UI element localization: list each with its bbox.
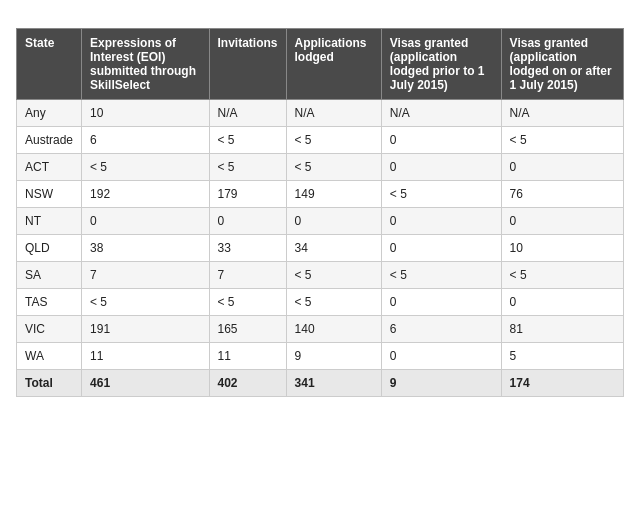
table-cell: < 5 (501, 127, 623, 154)
table-cell: 9 (286, 343, 381, 370)
table-cell: 81 (501, 316, 623, 343)
table-cell: 0 (501, 154, 623, 181)
table-cell: 6 (82, 127, 209, 154)
table-row: TAS< 5< 5< 500 (17, 289, 624, 316)
table-cell: 341 (286, 370, 381, 397)
col-header-state: State (17, 29, 82, 100)
table-row: ACT< 5< 5< 500 (17, 154, 624, 181)
table-cell: < 5 (82, 154, 209, 181)
table-cell: NT (17, 208, 82, 235)
table-cell: 0 (501, 208, 623, 235)
table-cell: 76 (501, 181, 623, 208)
table-row: Total4614023419174 (17, 370, 624, 397)
table-cell: < 5 (82, 289, 209, 316)
table-cell: < 5 (209, 154, 286, 181)
table-cell: Total (17, 370, 82, 397)
table-cell: 165 (209, 316, 286, 343)
table-cell: 6 (381, 316, 501, 343)
table-cell: < 5 (286, 262, 381, 289)
table-cell: QLD (17, 235, 82, 262)
table-row: VIC191165140681 (17, 316, 624, 343)
table-row: NSW192179149< 576 (17, 181, 624, 208)
table-cell: < 5 (209, 289, 286, 316)
table-cell: Austrade (17, 127, 82, 154)
table-cell: 34 (286, 235, 381, 262)
table-cell: 0 (209, 208, 286, 235)
table-cell: < 5 (381, 181, 501, 208)
table-cell: 140 (286, 316, 381, 343)
col-header-granted-prior: Visas granted (application lodged prior … (381, 29, 501, 100)
table-row: WA1111905 (17, 343, 624, 370)
table-cell: 0 (501, 289, 623, 316)
table-cell: VIC (17, 316, 82, 343)
table-cell: 174 (501, 370, 623, 397)
table-cell: < 5 (286, 289, 381, 316)
table-cell: SA (17, 262, 82, 289)
table-cell: 192 (82, 181, 209, 208)
table-row: SA77< 5< 5< 5 (17, 262, 624, 289)
table-cell: 10 (501, 235, 623, 262)
table-cell: WA (17, 343, 82, 370)
table-cell: 191 (82, 316, 209, 343)
table-cell: ACT (17, 154, 82, 181)
table-cell: 0 (381, 127, 501, 154)
table-cell: < 5 (286, 154, 381, 181)
table-cell: 7 (209, 262, 286, 289)
table-cell: 38 (82, 235, 209, 262)
table-cell: NSW (17, 181, 82, 208)
table-cell: 0 (381, 289, 501, 316)
table-cell: 33 (209, 235, 286, 262)
table-cell: 0 (381, 343, 501, 370)
table-cell: 7 (82, 262, 209, 289)
col-header-invitations: Invitations (209, 29, 286, 100)
table-cell: 149 (286, 181, 381, 208)
table-cell: N/A (209, 100, 286, 127)
col-header-lodged: Applications lodged (286, 29, 381, 100)
table-cell: N/A (501, 100, 623, 127)
col-header-eoi: Expressions of Interest (EOI) submitted … (82, 29, 209, 100)
table-cell: < 5 (501, 262, 623, 289)
table-cell: < 5 (286, 127, 381, 154)
table-cell: 11 (209, 343, 286, 370)
table-cell: 0 (381, 154, 501, 181)
table-cell: TAS (17, 289, 82, 316)
table-cell: 9 (381, 370, 501, 397)
table-cell: 0 (381, 208, 501, 235)
data-table: State Expressions of Interest (EOI) subm… (16, 28, 624, 397)
table-row: Austrade6< 5< 50< 5 (17, 127, 624, 154)
table-cell: 11 (82, 343, 209, 370)
table-cell: 179 (209, 181, 286, 208)
table-cell: Any (17, 100, 82, 127)
col-header-granted-after: Visas granted (application lodged on or … (501, 29, 623, 100)
table-cell: 402 (209, 370, 286, 397)
table-cell: < 5 (381, 262, 501, 289)
table-cell: 10 (82, 100, 209, 127)
table-cell: 5 (501, 343, 623, 370)
table-row: Any10N/AN/AN/AN/A (17, 100, 624, 127)
table-cell: 0 (286, 208, 381, 235)
table-row: QLD383334010 (17, 235, 624, 262)
table-row: NT00000 (17, 208, 624, 235)
table-cell: 0 (381, 235, 501, 262)
table-cell: N/A (381, 100, 501, 127)
table-cell: 0 (82, 208, 209, 235)
table-cell: N/A (286, 100, 381, 127)
table-header-row: State Expressions of Interest (EOI) subm… (17, 29, 624, 100)
table-cell: 461 (82, 370, 209, 397)
table-cell: < 5 (209, 127, 286, 154)
